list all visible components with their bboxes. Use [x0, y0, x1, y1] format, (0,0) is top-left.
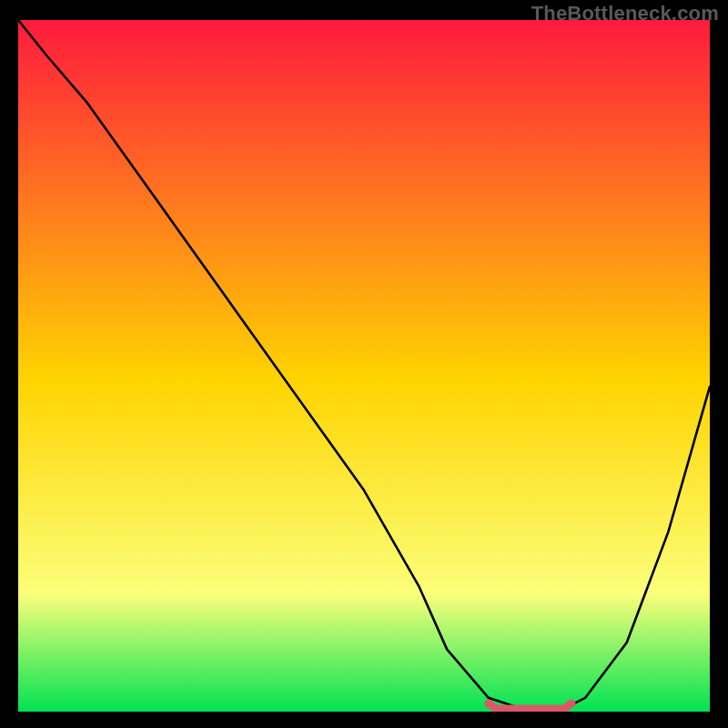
chart-frame — [18, 20, 710, 712]
bottleneck-chart — [18, 20, 710, 712]
gradient-background — [18, 20, 710, 712]
